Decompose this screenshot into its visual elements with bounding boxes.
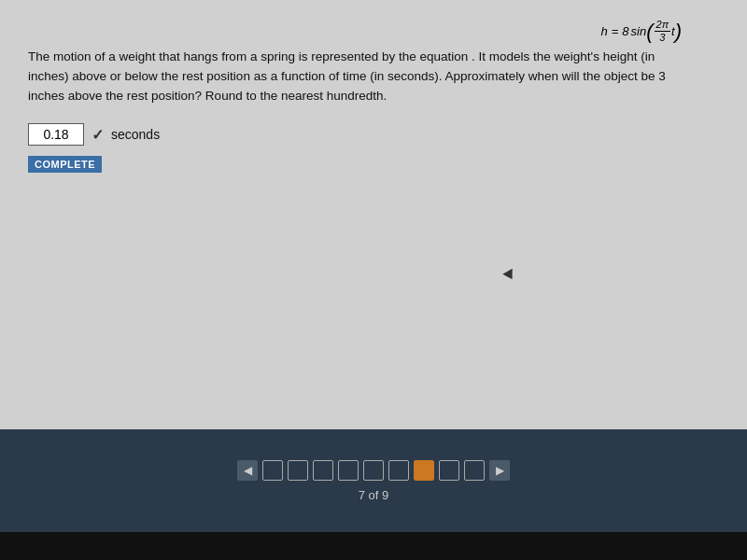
nav-dot-1[interactable] bbox=[262, 460, 283, 481]
prev-button[interactable]: ◀ bbox=[237, 460, 258, 481]
question-block: h = 8 sin ( 2π 3 t ) bbox=[28, 19, 682, 173]
equation-sin-expr: sin ( 2π 3 t ) bbox=[631, 19, 682, 44]
question-text-part1: The motion of a weight that hangs from a… bbox=[28, 49, 468, 63]
page-indicator: 7 of 9 bbox=[359, 488, 389, 502]
fraction-denominator: 3 bbox=[657, 32, 667, 44]
complete-badge: COMPLETE bbox=[28, 156, 102, 173]
screen: h = 8 sin ( 2π 3 t ) bbox=[0, 0, 747, 560]
bottom-strip bbox=[0, 532, 747, 560]
nav-controls: ◀ ▶ bbox=[237, 460, 510, 481]
question-text: The motion of a weight that hangs from a… bbox=[28, 48, 682, 106]
nav-dot-2[interactable] bbox=[288, 460, 308, 481]
answer-row: 0.18 ✓ seconds bbox=[28, 123, 682, 146]
equation-line: h = 8 sin ( 2π 3 t ) bbox=[28, 19, 682, 44]
equation-equals: = bbox=[612, 24, 619, 38]
next-button[interactable]: ▶ bbox=[489, 460, 510, 481]
nav-dot-8[interactable] bbox=[439, 460, 459, 481]
unit-label: seconds bbox=[111, 127, 160, 142]
paren-open: ( bbox=[646, 21, 653, 42]
fraction-numerator: 2π bbox=[655, 19, 671, 32]
nav-bar: ◀ ▶ 7 of 9 bbox=[0, 429, 747, 532]
equation-h: h bbox=[601, 24, 608, 38]
paren-close: ) bbox=[675, 21, 682, 42]
mouse-cursor bbox=[502, 269, 516, 283]
checkmark-icon: ✓ bbox=[92, 126, 104, 144]
equation-coefficient: 8 bbox=[622, 24, 628, 38]
answer-input[interactable]: 0.18 bbox=[28, 123, 84, 146]
content-area: h = 8 sin ( 2π 3 t ) bbox=[0, 0, 747, 429]
nav-dot-6[interactable] bbox=[388, 460, 409, 481]
nav-dot-3[interactable] bbox=[313, 460, 333, 481]
nav-dot-7[interactable] bbox=[414, 460, 434, 481]
nav-dot-5[interactable] bbox=[363, 460, 384, 481]
equation: h = 8 sin ( 2π 3 t ) bbox=[601, 19, 682, 44]
equation-fraction: 2π 3 bbox=[655, 19, 671, 44]
nav-dot-4[interactable] bbox=[338, 460, 359, 481]
nav-dot-9[interactable] bbox=[464, 460, 485, 481]
answer-value: 0.18 bbox=[43, 127, 68, 142]
